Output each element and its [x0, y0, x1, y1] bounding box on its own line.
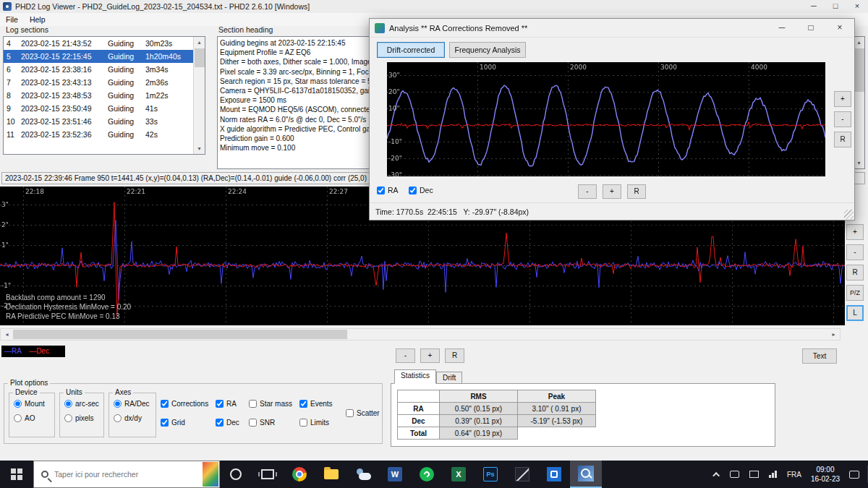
log-row[interactable]: 102023-02-15 23:51:46Guiding33s: [4, 115, 205, 128]
main-titlebar[interactable]: PHD2 Log Viewer - PHD2_GuideLog_2023-02-…: [0, 0, 868, 13]
analysis-status-bar: Time: 1770.5s 22:45:15 Y: -29.97" (-8.84…: [370, 202, 854, 221]
blue-app-icon: [547, 467, 561, 481]
star-mass-checkbox[interactable]: Star mass: [249, 400, 292, 408]
zoom-out-button[interactable]: -: [846, 244, 864, 260]
taskbar-item-word[interactable]: W: [379, 461, 411, 488]
reset-button[interactable]: R: [846, 265, 864, 281]
scrollbar-thumb[interactable]: [854, 48, 864, 92]
analysis-dec-checkbox[interactable]: Dec: [409, 186, 433, 194]
analysis-graph-canvas[interactable]: [387, 62, 825, 176]
scatter-checkbox[interactable]: Scatter: [346, 409, 380, 417]
analysis-reset-button[interactable]: R: [627, 184, 646, 199]
device-ao-radio[interactable]: AO: [14, 414, 54, 422]
reset-button[interactable]: R: [834, 132, 851, 147]
taskbar-search[interactable]: [33, 461, 220, 488]
limits-button[interactable]: L: [846, 305, 864, 321]
scrollbar-thumb[interactable]: [195, 48, 205, 67]
scroll-left-icon[interactable]: ◂: [1, 329, 13, 340]
taskbar-clock[interactable]: 09:00 16-02-23: [807, 465, 844, 484]
tray-expand-button[interactable]: [710, 461, 725, 488]
minimize-icon[interactable]: ─: [767, 19, 796, 38]
log-row[interactable]: 92023-02-15 23:50:49Guiding41s: [4, 102, 205, 115]
scroll-up-icon[interactable]: ▴: [194, 37, 205, 48]
scroll-down-icon[interactable]: ▾: [854, 158, 864, 168]
zoom-out-button[interactable]: -: [834, 111, 851, 127]
units-pixels-radio[interactable]: pixels: [64, 414, 103, 422]
taskbar-item-chrome[interactable]: [284, 461, 315, 488]
taskbar-item-weather[interactable]: [347, 461, 379, 488]
log-row[interactable]: 82023-02-15 23:48:53Guiding1m22s: [4, 89, 205, 102]
maximize-icon[interactable]: □: [796, 19, 825, 38]
corrections-checkbox[interactable]: Corrections: [161, 400, 208, 408]
tab-statistics[interactable]: Statistics: [394, 369, 436, 384]
search-input[interactable]: [54, 470, 184, 479]
taskbar: W X Ps FRA 09:00 16-02-23: [0, 461, 868, 488]
close-icon[interactable]: ×: [846, 0, 868, 13]
close-icon[interactable]: ×: [825, 19, 854, 38]
tab-drift[interactable]: Drift: [436, 372, 462, 384]
zoom-in-button[interactable]: +: [846, 224, 864, 240]
tray-network-button[interactable]: [764, 461, 782, 488]
log-row[interactable]: 112023-02-15 23:52:36Guiding42s: [4, 128, 205, 141]
resize-grip[interactable]: [844, 210, 854, 219]
menu-file[interactable]: File: [0, 15, 24, 24]
taskbar-item-green-app[interactable]: [411, 461, 443, 488]
start-button[interactable]: [0, 461, 33, 488]
analysis-zoom-out-button[interactable]: -: [578, 184, 597, 199]
hzoom-out-button[interactable]: -: [396, 348, 415, 363]
hzoom-reset-button[interactable]: R: [445, 348, 464, 363]
cortana-button[interactable]: [220, 461, 252, 488]
weather-icon: [355, 468, 371, 480]
analysis-zoom-controls: + - R: [834, 91, 853, 152]
tray-tablet-button[interactable]: [725, 461, 744, 488]
tray-display-button[interactable]: [744, 461, 764, 488]
menu-help[interactable]: Help: [24, 15, 51, 24]
ra-checkbox[interactable]: RA: [216, 400, 237, 408]
search-highlights-icon[interactable]: [203, 462, 218, 487]
taskbar-item-phd2-log-viewer[interactable]: [570, 461, 602, 488]
log-row[interactable]: 62023-02-15 23:38:16Guiding3m34s: [4, 63, 205, 76]
scrollbar-thumb[interactable]: [13, 330, 347, 339]
analysis-ra-checkbox[interactable]: RA: [377, 186, 399, 194]
grid-checkbox[interactable]: Grid: [161, 419, 185, 427]
analysis-zoom-in-button[interactable]: +: [603, 184, 621, 199]
drift-corrected-button[interactable]: Drift-corrected: [377, 42, 445, 58]
text-view-button[interactable]: Text: [802, 348, 837, 364]
graph-legend: —RA —Dec: [1, 346, 65, 357]
scroll-down-icon[interactable]: ▾: [194, 143, 205, 154]
log-row[interactable]: 52023-02-15 22:15:45Guiding1h20m40s: [4, 50, 205, 63]
units-arcsec-radio[interactable]: arc-sec: [64, 400, 103, 408]
device-mount-radio[interactable]: Mount: [14, 400, 54, 408]
language-indicator[interactable]: FRA: [782, 461, 807, 488]
scroll-up-icon[interactable]: ▴: [854, 37, 864, 48]
analysis-graph-area[interactable]: [387, 62, 825, 176]
hzoom-in-button[interactable]: +: [420, 348, 440, 363]
zoom-in-button[interactable]: +: [834, 91, 851, 107]
log-list-scrollbar[interactable]: ▴ ▾: [193, 37, 205, 154]
log-row[interactable]: 72023-02-15 23:43:13Guiding2m36s: [4, 76, 205, 89]
taskbar-item-pen-app[interactable]: [506, 461, 538, 488]
dec-checkbox[interactable]: Dec: [216, 419, 239, 427]
task-view-button[interactable]: [252, 461, 284, 488]
axes-radec-radio[interactable]: RA/Dec: [114, 400, 156, 408]
pan-zoom-button[interactable]: P/Z: [846, 285, 864, 301]
graph-horizontal-scrollbar[interactable]: ◂ ▸: [0, 328, 841, 341]
snr-checkbox[interactable]: SNR: [249, 419, 275, 427]
section-heading-label: Section heading: [218, 25, 273, 34]
legend-dec: —Dec: [29, 347, 49, 355]
log-row[interactable]: 42023-02-15 21:43:52Guiding30m23s: [4, 37, 205, 50]
graph-annotation-dec-minmove: Declination Hysteresis MinMove = 0.20: [6, 303, 131, 311]
taskbar-item-excel[interactable]: X: [443, 461, 475, 488]
taskbar-item-blue-app[interactable]: [538, 461, 570, 488]
maximize-icon[interactable]: □: [825, 0, 846, 13]
action-center-button[interactable]: [844, 461, 864, 488]
minimize-icon[interactable]: ─: [803, 0, 825, 13]
dialog-titlebar[interactable]: Analysis ** RA Corrections Removed ** ─ …: [370, 19, 854, 38]
frequency-analysis-button[interactable]: Frequency Analysis: [449, 42, 526, 58]
scroll-right-icon[interactable]: ▸: [827, 329, 840, 340]
taskbar-item-file-explorer[interactable]: [315, 461, 347, 488]
limits-checkbox[interactable]: Limits: [299, 419, 329, 427]
axes-dxdy-radio[interactable]: dx/dy: [114, 414, 156, 422]
events-checkbox[interactable]: Events: [299, 400, 333, 408]
taskbar-item-photoshop[interactable]: Ps: [475, 461, 506, 488]
